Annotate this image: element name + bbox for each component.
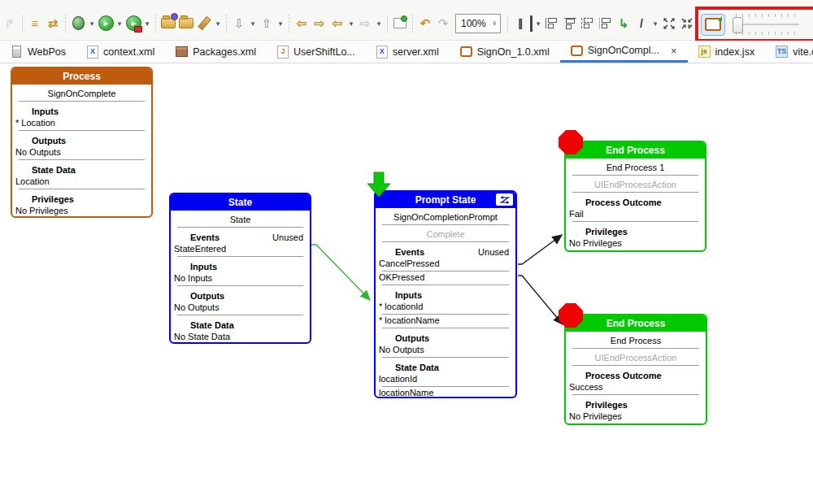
unused-label: Unused (478, 246, 509, 258)
section-value: No Privileges (12, 205, 151, 218)
collapse-all-icon[interactable] (679, 15, 695, 32)
tab-label: context.xml (103, 46, 154, 58)
align-glyph (546, 18, 559, 28)
zoom-slider-thumb[interactable] (733, 17, 743, 33)
collapse-arrows-glyph (681, 18, 693, 29)
export-dropdown-icon[interactable] (276, 15, 285, 32)
tab-context-xml[interactable]: X context.xml (76, 41, 165, 63)
node-end-process-1[interactable]: End Process End Process 1 UIEndProcessAc… (564, 141, 706, 252)
palette-icon (705, 18, 721, 31)
node-state-name: State (171, 211, 310, 227)
run-dropdown-icon[interactable] (115, 15, 124, 32)
back-icon[interactable] (329, 15, 346, 32)
section-value: No Outputs (376, 344, 515, 357)
tab-usershift[interactable]: J UserShiftLo... (267, 41, 366, 63)
line-style-icon[interactable] (633, 15, 650, 32)
pin-editor-icon[interactable] (392, 15, 408, 32)
section-header: Process Outcome (585, 370, 662, 381)
section-header: State Data (395, 362, 439, 373)
unused-label: Unused (272, 232, 303, 243)
start-state-arrow-icon[interactable] (367, 172, 391, 198)
tab-server-xml[interactable]: X server.xml (366, 41, 450, 63)
toolbar-separator (155, 15, 156, 33)
align-left-icon[interactable] (544, 15, 560, 32)
font-style-dropdown-icon[interactable] (534, 15, 542, 32)
node-end-process-1-name: End Process 1 (566, 159, 705, 175)
next-edit-location-icon[interactable] (311, 15, 328, 32)
stop-sign-icon[interactable] (559, 303, 583, 328)
debug-icon[interactable] (70, 15, 86, 32)
open-element-icon[interactable] (160, 15, 176, 32)
highlight-annotation (695, 7, 813, 42)
section-header: Outputs (395, 332, 429, 344)
node-end-process-2-title: End Process (566, 315, 706, 332)
section-value: StateEntered (171, 243, 310, 256)
zoom-level-select[interactable]: 100% ∨ (455, 14, 501, 33)
highlighter-dropdown-icon[interactable] (214, 15, 222, 32)
import-dropdown-icon[interactable] (249, 15, 257, 32)
ts-file-icon: TS (776, 46, 788, 58)
chevron-down-icon: ∨ (492, 20, 497, 27)
section-header: State Data (190, 319, 234, 331)
run-icon[interactable] (98, 15, 114, 32)
redo-icon[interactable] (435, 15, 451, 32)
node-prompt-state-header: Prompt State (376, 192, 515, 208)
node-end-process-2[interactable]: End Process End Process UIEndProcessActi… (564, 314, 707, 425)
folder-glyph (161, 18, 176, 28)
slider-ticks (736, 32, 799, 35)
transition-edge-cancel-to-endprocess1[interactable] (518, 235, 562, 264)
connection-router-icon[interactable] (615, 15, 632, 32)
tab-signoncomplete[interactable]: SignOnCompl... × (560, 41, 688, 63)
tab-vite-config[interactable]: TS vite.config... (765, 41, 813, 63)
node-process-title: Process (12, 68, 151, 85)
section-value: * locationId (376, 301, 515, 314)
section-value: * Location (12, 117, 151, 130)
align-top-icon[interactable] (562, 15, 578, 32)
diagram-canvas[interactable]: Process SignOnComplete Inputs * Location… (0, 63, 813, 504)
tab-label: SignOnCompl... (588, 45, 659, 56)
highlighter-icon[interactable] (196, 15, 212, 32)
server-icon (11, 46, 23, 58)
close-tab-icon[interactable]: × (671, 45, 677, 57)
node-prompt-state[interactable]: Prompt State SignOnCompletionPrompt Comp… (374, 190, 517, 398)
back-dropdown-icon[interactable] (347, 15, 355, 32)
debug-dropdown-icon[interactable] (88, 15, 96, 32)
prompt-flow-icon[interactable] (496, 193, 513, 206)
section-header: Privileges (585, 399, 628, 411)
stop-sign-icon[interactable] (559, 130, 583, 154)
tab-packages-xml[interactable]: Packages.xml (165, 41, 267, 63)
play-glyph (98, 15, 114, 31)
zoom-fit-icon[interactable] (661, 15, 677, 32)
skip-breakpoints-icon[interactable] (45, 15, 61, 32)
tab-webpos[interactable]: WebPos (0, 41, 76, 63)
transition-edge-ok-to-endprocess2[interactable] (518, 276, 563, 324)
previous-edit-location-icon[interactable] (293, 15, 310, 32)
slider-ticks (736, 14, 799, 17)
line-style-dropdown-icon[interactable] (651, 15, 659, 32)
palette-toggle-button[interactable] (701, 14, 725, 36)
zoom-slider[interactable] (731, 12, 801, 37)
tab-signon-1-0-xml[interactable]: SignOn_1.0.xml (450, 41, 560, 63)
undo-icon[interactable] (417, 15, 433, 32)
external-tools-icon[interactable] (125, 15, 141, 32)
run-last-tool-icon[interactable] (27, 15, 43, 32)
import-icon[interactable] (231, 15, 247, 32)
open-file-icon[interactable] (178, 15, 194, 32)
external-tools-dropdown-icon[interactable] (143, 15, 151, 32)
tab-index-jsx[interactable]: js index.jsx (688, 41, 766, 63)
distribute-icon[interactable] (598, 15, 614, 32)
export-icon[interactable] (259, 15, 275, 32)
forward-icon[interactable] (357, 15, 373, 32)
zoom-level-value: 100% (461, 18, 486, 29)
node-process[interactable]: Process SignOnComplete Inputs * Location… (11, 67, 153, 218)
toolbar-separator (22, 15, 23, 33)
match-size-icon[interactable] (580, 15, 596, 32)
node-state[interactable]: State State Events Unused StateEntered I… (169, 193, 311, 344)
play-glyph (126, 15, 141, 31)
restore-icon[interactable] (2, 15, 18, 32)
section-header: Inputs (190, 261, 217, 272)
app-window: 100% ∨ (0, 0, 813, 504)
transition-edge-state-to-prompt[interactable] (311, 245, 370, 300)
forward-dropdown-icon[interactable] (375, 15, 383, 32)
font-style-icon[interactable] (512, 15, 533, 32)
